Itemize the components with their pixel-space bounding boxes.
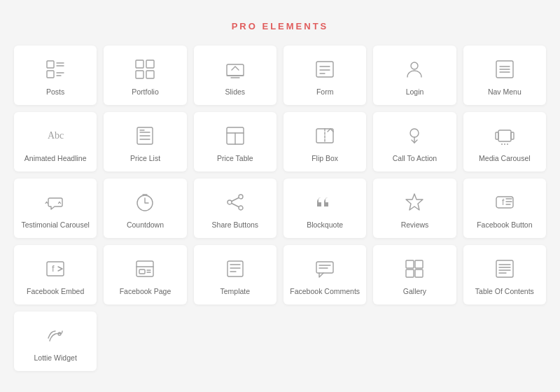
svg-text:f: f (502, 197, 505, 207)
card-facebook-embed[interactable]: fFacebook Embed (14, 245, 97, 304)
svg-point-39 (501, 144, 503, 145)
card-login[interactable]: Login (373, 46, 456, 105)
animated-headline-icon: Abc (43, 123, 68, 148)
card-label-login: Login (406, 88, 424, 97)
card-label-form: Form (316, 88, 334, 97)
svg-rect-54 (47, 262, 64, 276)
svg-point-40 (507, 144, 508, 145)
card-flip-box[interactable]: Flip Box (284, 112, 366, 172)
svg-point-44 (227, 200, 232, 204)
svg-point-45 (239, 206, 243, 210)
call-to-action-icon (402, 123, 427, 148)
slides-icon (223, 57, 248, 82)
svg-rect-68 (406, 260, 414, 268)
flip-box-icon (312, 123, 337, 148)
card-animated-headline[interactable]: AbcAnimated Headline (14, 112, 97, 172)
card-label-testimonial-carousel: Testimonial Carousel (21, 220, 89, 230)
svg-line-47 (232, 203, 239, 206)
card-countdown[interactable]: Countdown (104, 178, 186, 238)
facebook-page-icon (132, 256, 158, 281)
section-title: PRO ELEMENTS (14, 21, 546, 31)
card-price-table[interactable]: Price Table (194, 112, 276, 172)
card-label-price-list: Price List (130, 154, 160, 164)
login-icon (402, 57, 427, 82)
card-label-slides: Slides (225, 88, 246, 97)
card-label-lottie-widget: Lottie Widget (34, 354, 77, 363)
card-facebook-button[interactable]: fFacebook Button (463, 178, 546, 238)
svg-rect-8 (136, 71, 144, 78)
card-label-portfolio: Portfolio (132, 88, 159, 97)
card-label-table-of-contents: Table Of Contents (475, 287, 534, 297)
svg-rect-6 (136, 60, 144, 68)
portfolio-icon (132, 57, 158, 82)
svg-point-43 (239, 195, 243, 199)
card-label-reviews: Reviews (401, 220, 429, 230)
card-form[interactable]: Form (284, 46, 366, 105)
card-table-of-contents[interactable]: Table Of Contents (463, 245, 546, 304)
card-label-blockquote: Blockquote (307, 220, 343, 230)
svg-rect-36 (496, 132, 498, 139)
card-label-price-table: Price Table (217, 154, 253, 164)
card-posts[interactable]: Posts (14, 46, 97, 105)
template-icon (223, 256, 248, 281)
svg-rect-71 (415, 270, 423, 277)
card-label-facebook-comments: Facebook Comments (290, 287, 360, 297)
facebook-comments-icon (312, 256, 337, 281)
price-table-icon (223, 123, 248, 148)
card-call-to-action[interactable]: Call To Action (373, 112, 456, 172)
svg-text:f: f (52, 263, 55, 274)
elements-grid: PostsPortfolioSlidesFormLoginNav MenuAbc… (14, 46, 546, 371)
svg-rect-13 (316, 62, 333, 77)
card-slides[interactable]: Slides (194, 46, 276, 105)
svg-rect-61 (227, 261, 243, 276)
svg-rect-35 (498, 130, 511, 141)
svg-rect-37 (511, 132, 514, 139)
svg-rect-65 (316, 262, 333, 273)
table-of-contents-icon (492, 256, 517, 281)
card-testimonial-carousel[interactable]: Testimonial Carousel (14, 178, 97, 238)
blockquote-icon (312, 190, 337, 215)
form-icon (312, 57, 337, 82)
svg-rect-7 (146, 60, 154, 68)
svg-rect-1 (47, 71, 54, 78)
svg-point-17 (411, 62, 418, 69)
card-template[interactable]: Template (194, 245, 276, 304)
card-label-share-buttons: Share Buttons (212, 220, 259, 230)
card-media-carousel[interactable]: Media Carousel (463, 112, 546, 172)
card-price-list[interactable]: Price List (104, 112, 186, 172)
card-label-countdown: Countdown (127, 220, 164, 230)
card-share-buttons[interactable]: Share Buttons (194, 178, 276, 238)
countdown-icon (132, 190, 158, 215)
gallery-icon (402, 256, 427, 281)
card-facebook-page[interactable]: Facebook Page (104, 245, 186, 304)
card-reviews[interactable]: Reviews (373, 178, 456, 238)
card-label-facebook-embed: Facebook Embed (27, 287, 84, 297)
svg-point-33 (410, 129, 419, 137)
svg-rect-72 (496, 260, 513, 277)
page-container: PRO ELEMENTS PostsPortfolioSlidesFormLog… (14, 14, 546, 371)
svg-rect-58 (139, 270, 145, 274)
card-label-media-carousel: Media Carousel (479, 154, 531, 164)
share-buttons-icon (223, 190, 248, 215)
reviews-icon (402, 190, 427, 215)
svg-rect-69 (415, 260, 423, 268)
card-label-nav-menu: Nav Menu (488, 88, 522, 97)
svg-rect-9 (146, 71, 154, 78)
facebook-embed-icon: f (43, 256, 68, 281)
card-facebook-comments[interactable]: Facebook Comments (284, 245, 366, 304)
card-label-call-to-action: Call To Action (393, 154, 437, 164)
media-carousel-icon (492, 123, 517, 148)
card-gallery[interactable]: Gallery (373, 245, 456, 304)
card-nav-menu[interactable]: Nav Menu (463, 46, 546, 105)
card-label-facebook-page: Facebook Page (120, 287, 172, 297)
svg-point-38 (504, 144, 505, 145)
testimonial-carousel-icon (43, 190, 68, 215)
posts-icon (43, 57, 68, 82)
svg-rect-70 (406, 270, 414, 277)
card-blockquote[interactable]: Blockquote (284, 178, 366, 238)
svg-line-46 (232, 197, 239, 201)
card-portfolio[interactable]: Portfolio (104, 46, 186, 105)
card-label-template: Template (220, 287, 251, 297)
navmenu-icon (492, 57, 517, 82)
card-lottie-widget[interactable]: Lottie Widget (14, 312, 97, 371)
